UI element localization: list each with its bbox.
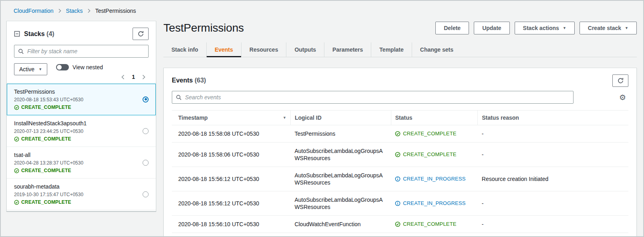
tab-parameters[interactable]: Parameters xyxy=(324,42,371,57)
event-timestamp: 2020-08-18 15:56:10 UTC+0530 xyxy=(172,216,290,233)
view-nested-toggle[interactable] xyxy=(56,64,69,70)
column-header-status: Status xyxy=(391,110,478,125)
chevron-right-icon xyxy=(58,8,62,14)
caret-down-icon: ▼ xyxy=(38,67,42,71)
cloudformation-console: CloudFormation Stacks TestPermissions St… xyxy=(0,0,644,237)
caret-down-icon: ▼ xyxy=(625,26,628,30)
chevron-right-icon xyxy=(87,8,91,14)
breadcrumb-link-cloudformation[interactable]: CloudFormation xyxy=(14,8,54,14)
events-panel-title: Events (63) xyxy=(172,74,206,84)
tab-outputs[interactable]: Outputs xyxy=(286,42,324,57)
stacks-pagination: 1 xyxy=(47,74,149,80)
success-check-icon xyxy=(395,152,400,157)
stacks-panel-title: Stacks (4) xyxy=(24,30,54,38)
tab-events[interactable]: Events xyxy=(206,42,241,57)
events-table-header-row: ▼Timestamp Logical ID Status Status reas… xyxy=(172,110,628,125)
breadcrumb-link-stacks[interactable]: Stacks xyxy=(66,8,83,14)
stack-detail-tabs: Stack info Events Resources Outputs Para… xyxy=(163,42,637,57)
event-logical-id: AutoEnableS3LogsAlbAWSResources xyxy=(290,233,391,237)
event-timestamp: 2020-08-18 15:55:41 UTC+0530 xyxy=(172,233,290,237)
success-check-icon xyxy=(14,168,19,173)
stack-timestamp: 2020-07-13 23:44:25 UTC+0530 xyxy=(14,129,143,134)
next-page-icon[interactable] xyxy=(141,74,146,80)
stack-list: TestPermissions 2020-08-18 15:53:43 UTC+… xyxy=(7,83,156,210)
event-row: 2020-08-18 15:56:10 UTC+0530 CloudWatchE… xyxy=(172,216,628,233)
stack-status: CREATE_COMPLETE xyxy=(14,168,143,173)
stack-actions-dropdown-button[interactable]: Stack actions ▼ xyxy=(515,22,575,34)
success-check-icon xyxy=(395,221,400,227)
events-table: ▼Timestamp Logical ID Status Status reas… xyxy=(172,110,628,237)
stack-list-item-testpermissions[interactable]: TestPermissions 2020-08-18 15:53:43 UTC+… xyxy=(7,84,156,115)
events-panel: Events (63) ⚙ xyxy=(163,68,637,237)
event-logical-id: AutoSubscribeLambdaLogGroupsAWSResources xyxy=(290,191,391,216)
stack-filter-input[interactable] xyxy=(14,45,149,58)
success-check-icon xyxy=(14,200,19,205)
sort-descending-icon[interactable]: ▼ xyxy=(283,116,286,120)
event-logical-id: CloudWatchEventFunction xyxy=(290,216,391,233)
event-timestamp: 2020-08-18 15:56:12 UTC+0530 xyxy=(172,191,290,216)
event-timestamp: 2020-08-18 15:58:08 UTC+0530 xyxy=(172,125,290,143)
gear-icon[interactable]: ⚙ xyxy=(619,94,626,101)
stack-name: tsat-all xyxy=(14,152,143,158)
event-status-reason: Resource creation Initiated xyxy=(478,167,628,191)
event-logical-id: AutoSubscribeLambdaLogGroupsAWSResources xyxy=(290,167,391,191)
previous-page-icon[interactable] xyxy=(121,74,125,80)
event-timestamp: 2020-08-18 15:56:12 UTC+0530 xyxy=(172,167,290,191)
event-status-reason: - xyxy=(478,125,628,143)
search-icon xyxy=(18,48,24,54)
event-status-reason: - xyxy=(478,191,628,216)
event-row: 2020-08-18 15:55:41 UTC+0530 AutoEnableS… xyxy=(172,233,628,237)
stack-status: CREATE_COMPLETE xyxy=(14,104,143,110)
event-status-reason: - xyxy=(478,143,628,167)
refresh-stacks-button[interactable] xyxy=(133,28,149,40)
breadcrumb: CloudFormation Stacks TestPermissions xyxy=(1,1,643,19)
delete-button[interactable]: Delete xyxy=(435,22,469,34)
event-status-reason: - xyxy=(478,233,628,237)
view-nested-label: View nested xyxy=(72,64,103,70)
event-status: CREATE_COMPLETE xyxy=(395,130,474,137)
stacks-count: (4) xyxy=(46,30,54,37)
success-check-icon xyxy=(14,137,19,142)
stack-status-filter-select[interactable]: Active ▼ xyxy=(14,63,47,75)
stacks-sidebar: Stacks (4) Active ▼ xyxy=(6,21,156,211)
stack-radio[interactable] xyxy=(143,191,149,197)
caret-down-icon: ▼ xyxy=(563,26,566,30)
stack-list-item-tsat-all[interactable]: tsat-all 2020-04-28 13:28:37 UTC+0530 CR… xyxy=(7,147,156,179)
refresh-icon xyxy=(617,77,624,84)
stack-name: sourabh-metadata xyxy=(14,183,143,190)
stack-timestamp: 2020-08-18 15:53:43 UTC+0530 xyxy=(14,97,143,102)
event-status: CREATE_IN_PROGRESS xyxy=(395,175,474,183)
event-row: 2020-08-18 15:56:12 UTC+0530 AutoSubscri… xyxy=(172,167,628,191)
events-count: (63) xyxy=(195,77,206,84)
refresh-events-button[interactable] xyxy=(612,74,628,87)
breadcrumb-current: TestPermissions xyxy=(95,8,136,14)
update-button[interactable]: Update xyxy=(474,22,509,34)
create-stack-dropdown-button[interactable]: Create stack ▼ xyxy=(580,22,637,34)
event-status: CREATE_IN_PROGRESS xyxy=(395,200,474,207)
stack-list-item-sourabh-metadata[interactable]: sourabh-metadata 2019-10-30 17:15:47 UTC… xyxy=(7,179,156,210)
main-content: TestPermissions Delete Update Stack acti… xyxy=(163,21,637,237)
events-search-input[interactable] xyxy=(172,91,574,104)
event-row: 2020-08-18 15:56:12 UTC+0530 AutoSubscri… xyxy=(172,191,628,216)
event-status: CREATE_COMPLETE xyxy=(395,151,474,158)
stack-timestamp: 2020-04-28 13:28:37 UTC+0530 xyxy=(14,160,143,166)
stack-radio-selected[interactable] xyxy=(143,96,149,102)
tab-change-sets[interactable]: Change sets xyxy=(412,42,461,57)
event-timestamp: 2020-08-18 15:58:06 UTC+0530 xyxy=(172,143,290,167)
refresh-icon xyxy=(137,30,144,37)
current-page-number: 1 xyxy=(132,74,135,80)
info-icon xyxy=(395,176,400,182)
tab-stack-info[interactable]: Stack info xyxy=(163,42,206,57)
column-header-timestamp[interactable]: ▼Timestamp xyxy=(172,110,290,125)
info-icon xyxy=(395,201,400,206)
column-header-logical-id: Logical ID xyxy=(290,110,391,125)
stack-action-buttons: Delete Update Stack actions ▼ Create sta… xyxy=(435,22,637,34)
event-row: 2020-08-18 15:58:06 UTC+0530 AutoSubscri… xyxy=(172,143,628,167)
column-header-status-reason: Status reason xyxy=(478,110,628,125)
tab-resources[interactable]: Resources xyxy=(241,42,286,57)
stack-radio[interactable] xyxy=(143,128,149,134)
collapse-panel-icon[interactable] xyxy=(14,31,20,37)
stack-radio[interactable] xyxy=(143,160,149,166)
stack-list-item-installnestedstack3apsouth1[interactable]: InstallNestedStack3apsouth1 2020-07-13 2… xyxy=(7,115,156,147)
tab-template[interactable]: Template xyxy=(371,42,411,57)
